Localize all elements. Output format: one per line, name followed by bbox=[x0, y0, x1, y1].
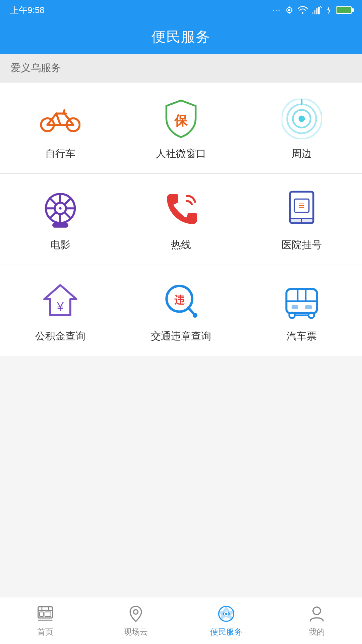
svg-marker-11 bbox=[327, 6, 330, 14]
scene-nav-label: 现场云 bbox=[124, 627, 148, 637]
svg-line-30 bbox=[50, 212, 56, 218]
nav-item-mine[interactable]: 我的 bbox=[272, 599, 362, 643]
svg-rect-8 bbox=[316, 8, 318, 14]
service-grid: 自行车 保 人社微窗口 周边 bbox=[0, 82, 362, 356]
mine-nav-label: 我的 bbox=[309, 627, 325, 637]
svg-rect-57 bbox=[45, 612, 51, 616]
wifi-icon bbox=[298, 6, 308, 14]
violation-label: 交通违章查询 bbox=[151, 329, 211, 343]
grid-item-violation[interactable]: 违 交通违章查询 bbox=[121, 265, 242, 356]
svg-point-42 bbox=[193, 313, 197, 318]
svg-line-29 bbox=[65, 198, 71, 204]
svg-point-22 bbox=[59, 207, 62, 210]
grid-item-bicycle[interactable]: 自行车 bbox=[0, 83, 121, 174]
person-nav-icon bbox=[307, 604, 326, 623]
status-bar: 上午9:58 ··· bbox=[0, 0, 362, 20]
hospital-label: 医院挂号 bbox=[282, 238, 322, 252]
nav-item-service[interactable]: 便民服务 bbox=[181, 599, 272, 643]
grid-item-hotline[interactable]: 热线 bbox=[121, 174, 242, 265]
svg-text:保: 保 bbox=[174, 113, 188, 128]
hospital-icon: ≡ bbox=[282, 190, 322, 230]
grid-item-bus-ticket[interactable]: 汽车票 bbox=[241, 265, 362, 356]
bus-ticket-label: 汽车票 bbox=[287, 329, 317, 343]
svg-rect-31 bbox=[52, 223, 68, 227]
svg-point-64 bbox=[313, 607, 320, 614]
phone-icon bbox=[161, 190, 201, 230]
bicycle-icon bbox=[40, 99, 80, 139]
hotline-label: 热线 bbox=[171, 238, 191, 252]
status-time: 上午9:58 bbox=[10, 4, 45, 16]
bicycle-label: 自行车 bbox=[45, 147, 75, 161]
page-title: 便民服务 bbox=[152, 28, 210, 46]
svg-text:¥: ¥ bbox=[57, 300, 64, 314]
service-nav-label: 便民服务 bbox=[210, 627, 242, 637]
grid-item-hospital[interactable]: ≡ 医院挂号 bbox=[241, 174, 362, 265]
home-nav-icon bbox=[36, 604, 55, 623]
violation-icon: 违 bbox=[161, 281, 201, 321]
grid-item-nearby[interactable]: 周边 bbox=[241, 83, 362, 174]
grid-item-movie[interactable]: 电影 bbox=[0, 174, 121, 265]
svg-point-0 bbox=[288, 9, 291, 11]
movie-label: 电影 bbox=[50, 238, 70, 252]
gps-icon bbox=[285, 6, 294, 14]
status-icons: ··· bbox=[272, 5, 352, 15]
svg-line-27 bbox=[50, 198, 56, 204]
svg-rect-9 bbox=[318, 7, 320, 14]
svg-text:≡: ≡ bbox=[299, 200, 305, 211]
charging-icon bbox=[326, 6, 332, 14]
battery-icon bbox=[336, 6, 352, 14]
svg-rect-48 bbox=[305, 305, 311, 309]
signal-dots-icon: ··· bbox=[272, 5, 281, 15]
bottom-nav: 首页 现场云 便民服务 我的 bbox=[0, 597, 362, 644]
social-insurance-label: 人社微窗口 bbox=[156, 147, 206, 161]
nearby-icon bbox=[282, 99, 322, 139]
svg-point-15 bbox=[298, 115, 305, 122]
grid-item-social-insurance[interactable]: 保 人社微窗口 bbox=[121, 83, 242, 174]
svg-text:违: 违 bbox=[174, 294, 185, 306]
svg-rect-56 bbox=[40, 612, 43, 616]
section-label: 爱义乌服务 bbox=[0, 54, 362, 82]
film-icon bbox=[40, 190, 80, 230]
svg-rect-47 bbox=[292, 305, 298, 309]
grid-item-provident[interactable]: ¥ 公积金查询 bbox=[0, 265, 121, 356]
nearby-label: 周边 bbox=[292, 147, 312, 161]
svg-rect-6 bbox=[312, 12, 313, 14]
shield-icon: 保 bbox=[161, 99, 201, 139]
house-yen-icon: ¥ bbox=[40, 281, 80, 321]
svg-rect-7 bbox=[314, 10, 315, 14]
bus-icon bbox=[282, 281, 322, 321]
svg-point-63 bbox=[225, 612, 228, 615]
service-nav-icon bbox=[217, 604, 236, 623]
svg-line-28 bbox=[65, 212, 71, 218]
signal-icon bbox=[312, 6, 322, 14]
svg-point-60 bbox=[133, 609, 138, 614]
nav-item-scene[interactable]: 现场云 bbox=[90, 599, 181, 643]
provident-label: 公积金查询 bbox=[35, 329, 85, 343]
page-header: 便民服务 bbox=[0, 20, 362, 54]
nav-item-home[interactable]: 首页 bbox=[0, 599, 90, 643]
svg-line-10 bbox=[320, 6, 322, 8]
location-nav-icon bbox=[126, 604, 145, 623]
home-nav-label: 首页 bbox=[37, 627, 53, 637]
